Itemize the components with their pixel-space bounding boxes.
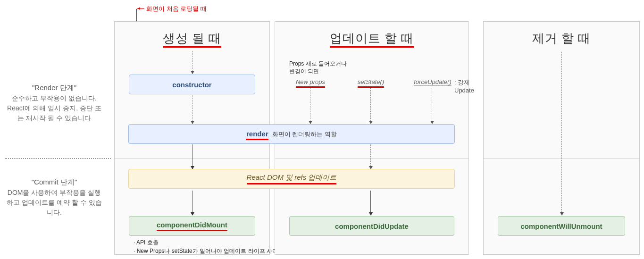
arrow-mount-4 — [192, 191, 192, 215]
side-render-phase: "Render 단계" 순수하고 부작용이 없습니다. React에 의해 일시… — [5, 83, 104, 123]
column-unmount: 제거 할 때 componentWillUnmount — [483, 21, 640, 255]
box-componentdidupdate: componentDidUpdate — [289, 216, 454, 236]
render-phase-desc: 순수하고 부작용이 없습니다. React에 의해 일시 중지, 중단 또는 재… — [5, 93, 104, 123]
box-dom-refs: React DOM 및 refs 업데이트 — [128, 169, 455, 189]
column-unmount-title: 제거 할 때 — [484, 22, 639, 50]
trigger-forceupdate: forceUpdate() — [409, 78, 456, 85]
arrow-update-props — [310, 88, 310, 124]
box-componentwillunmount: componentWillUnmount — [498, 216, 625, 236]
trigger-setstate: setState() — [350, 78, 392, 85]
diagram-root: 화면이 처음 로딩될 때 "Render 단계" 순수하고 부작용이 없습니다.… — [5, 5, 639, 255]
phase-divider — [5, 158, 111, 159]
column-update-title: 업데이트 할 때 — [275, 22, 468, 50]
arrow-unmount — [561, 52, 562, 215]
commit-phase-desc: DOM을 사용하여 부작용을 실행하고 업데이트를 예약 할 수 있습니다. — [5, 188, 104, 217]
box-componentdidmount: componentDidMount — [129, 216, 255, 236]
box-constructor: constructor — [129, 75, 255, 94]
trigger-newprops: New props — [289, 78, 332, 85]
side-commit-phase: "Commit 단계" DOM을 사용하여 부작용을 실행하고 업데이트를 예약… — [5, 177, 104, 217]
commit-phase-title: "Commit 단계" — [5, 177, 104, 188]
arrow-update-setstate — [370, 88, 371, 124]
arrow-mount-3 — [192, 144, 192, 169]
column-mount-title: 생성 될 때 — [115, 22, 269, 50]
box-render: render화면이 렌더링하는 역할 — [128, 124, 455, 144]
arrow-update-render-down — [370, 144, 371, 169]
render-phase-title: "Render 단계" — [5, 83, 104, 93]
phase-divider-col2 — [275, 159, 468, 159]
note-api-call: · API 호출 — [134, 239, 159, 247]
note-force-update: : 강제 Update — [454, 78, 474, 94]
arrow-update-force — [432, 88, 432, 124]
arrow-update-to-didupdate — [370, 191, 371, 215]
annotation-loading: 화면이 처음 로딩될 때 — [146, 5, 207, 13]
arrow-mount-1 — [192, 51, 192, 74]
note-props-change: Props 새로 들어오거나 변경이 되면 — [289, 60, 347, 75]
arrow-mount-2 — [192, 95, 192, 124]
